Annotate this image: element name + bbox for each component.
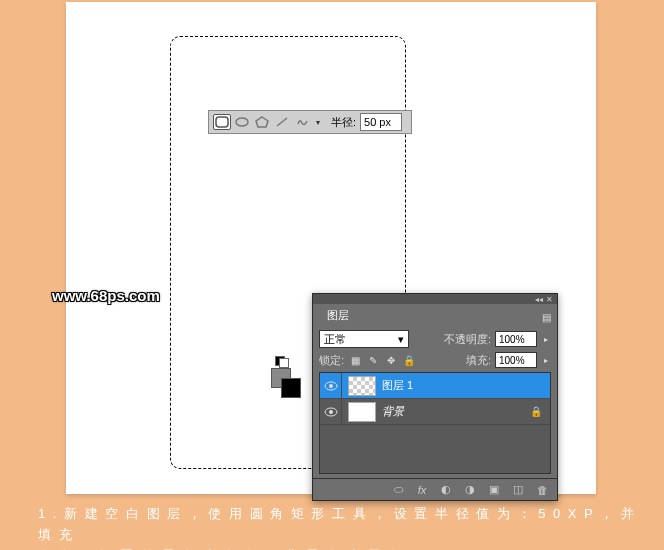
lock-position-icon[interactable]: ✥ bbox=[384, 353, 398, 367]
color-swatches bbox=[271, 356, 303, 396]
panel-titlebar[interactable]: ◂◂ ✕ bbox=[313, 294, 557, 304]
layer-thumbnail[interactable] bbox=[348, 376, 376, 396]
lock-icon: 🔒 bbox=[530, 406, 542, 418]
layers-empty-area bbox=[320, 425, 550, 473]
lock-all-icon[interactable]: 🔒 bbox=[402, 353, 416, 367]
fill-label: 填充: bbox=[466, 353, 491, 368]
chevron-down-icon: ▾ bbox=[398, 333, 404, 346]
lock-pixels-icon[interactable]: ✎ bbox=[366, 353, 380, 367]
blend-mode-select[interactable]: 正常 ▾ bbox=[319, 330, 409, 348]
line-icon[interactable] bbox=[273, 114, 291, 130]
layer-name: 图层 1 bbox=[382, 378, 413, 393]
svg-point-5 bbox=[329, 384, 333, 388]
caption-line-1: 1 . 新 建 空 白 图 层 ， 使 用 圆 角 矩 形 工 具 ， 设 置 … bbox=[38, 504, 644, 546]
tab-layers[interactable]: 图层 bbox=[317, 306, 359, 324]
blend-mode-value: 正常 bbox=[324, 332, 346, 347]
adjustment-layer-icon[interactable]: ◑ bbox=[463, 483, 477, 497]
layer-row[interactable]: 背景 🔒 bbox=[320, 399, 550, 425]
watermark: www.68ps.com bbox=[52, 287, 160, 304]
layers-list: 图层 1 背景 🔒 bbox=[319, 372, 551, 474]
visibility-icon[interactable] bbox=[320, 373, 342, 399]
background-color[interactable] bbox=[281, 378, 301, 398]
polygon-icon[interactable] bbox=[253, 114, 271, 130]
layer-thumbnail[interactable] bbox=[348, 402, 376, 422]
fill-input[interactable]: 100% bbox=[495, 352, 537, 368]
caption-line-2: 白 色 。 设 置 前 景 色 为 灰 色 ， 背 景 色 为 黑 色 。 bbox=[38, 546, 644, 550]
layer-name: 背景 bbox=[382, 404, 404, 419]
layer-effects-icon[interactable]: fx bbox=[415, 483, 429, 497]
layer-mask-icon[interactable]: ◐ bbox=[439, 483, 453, 497]
radius-label: 半径: bbox=[331, 115, 356, 130]
panel-footer: ⬭ fx ◐ ◑ ▣ ◫ 🗑 bbox=[313, 478, 557, 500]
rounded-rect-icon[interactable] bbox=[213, 114, 231, 130]
collapse-icon[interactable]: ◂◂ bbox=[535, 296, 543, 303]
layer-group-icon[interactable]: ▣ bbox=[487, 483, 501, 497]
ellipse-icon[interactable] bbox=[233, 114, 251, 130]
svg-rect-0 bbox=[216, 117, 228, 127]
layer-row[interactable]: 图层 1 bbox=[320, 373, 550, 399]
radius-input[interactable]: 50 px bbox=[360, 113, 402, 131]
svg-point-1 bbox=[236, 118, 248, 126]
instruction-caption: 1 . 新 建 空 白 图 层 ， 使 用 圆 角 矩 形 工 具 ， 设 置 … bbox=[38, 504, 644, 550]
fill-arrow-icon[interactable]: ▸ bbox=[541, 352, 551, 368]
opacity-arrow-icon[interactable]: ▸ bbox=[541, 331, 551, 347]
link-layers-icon[interactable]: ⬭ bbox=[391, 483, 405, 497]
delete-layer-icon[interactable]: 🗑 bbox=[535, 483, 549, 497]
svg-point-7 bbox=[329, 410, 333, 414]
visibility-icon[interactable] bbox=[320, 399, 342, 425]
opacity-input[interactable]: 100% bbox=[495, 331, 537, 347]
new-layer-icon[interactable]: ◫ bbox=[511, 483, 525, 497]
swap-colors-icon[interactable] bbox=[275, 356, 289, 366]
panel-tabs: 图层 ▤ bbox=[313, 304, 557, 324]
panel-body: 正常 ▾ 不透明度: 100% ▸ 锁定: ▦ ✎ ✥ 🔒 填充: 100% ▸… bbox=[313, 324, 557, 478]
opacity-label: 不透明度: bbox=[444, 332, 491, 347]
svg-marker-2 bbox=[256, 117, 268, 127]
svg-line-3 bbox=[277, 118, 287, 126]
shape-options-toolbar: ▾ 半径: 50 px bbox=[208, 110, 412, 134]
lock-transparency-icon[interactable]: ▦ bbox=[348, 353, 362, 367]
layers-panel: ◂◂ ✕ 图层 ▤ 正常 ▾ 不透明度: 100% ▸ 锁定: ▦ ✎ ✥ 🔒 … bbox=[312, 293, 558, 501]
shape-dropdown-icon[interactable]: ▾ bbox=[313, 113, 323, 131]
lock-label: 锁定: bbox=[319, 353, 344, 368]
close-icon[interactable]: ✕ bbox=[545, 296, 553, 303]
custom-shape-icon[interactable] bbox=[293, 114, 311, 130]
panel-menu-icon[interactable]: ▤ bbox=[539, 310, 553, 324]
